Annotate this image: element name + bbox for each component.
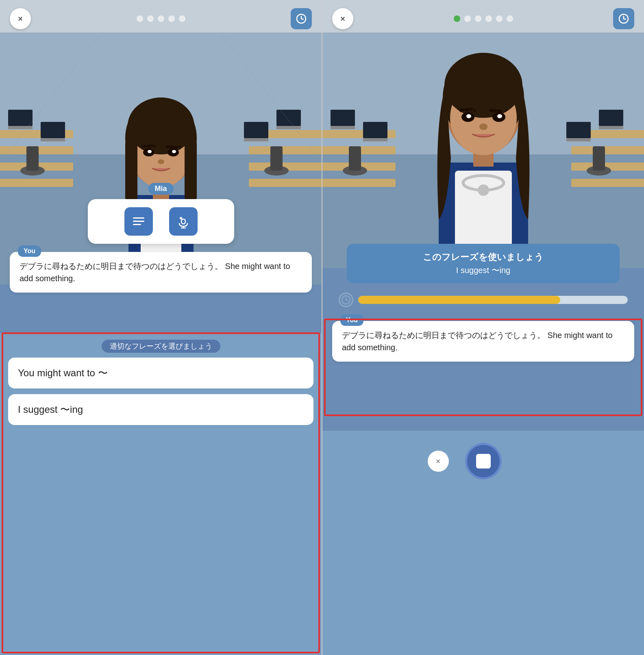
phrase-bubble: このフレーズを使いましょう I suggest 〜ing <box>347 244 620 283</box>
dot-4 <box>168 15 175 22</box>
dot-r-4 <box>485 15 492 22</box>
svg-point-56 <box>180 217 182 219</box>
svg-rect-20 <box>26 146 39 171</box>
avatar-background-right <box>322 0 644 268</box>
svg-rect-15 <box>276 110 301 126</box>
svg-point-35 <box>128 98 194 154</box>
choice-instruction: 適切なフレーズを選びましょう <box>8 341 313 351</box>
timer-bar-container <box>339 293 628 307</box>
svg-rect-70 <box>571 179 644 187</box>
user-chat-bubble: You デブラに尋ねるために明日まで待つのはどうでしょう。 She might … <box>10 252 312 293</box>
svg-point-95 <box>497 114 502 118</box>
phrase-main-text: このフレーズを使いましょう <box>358 251 608 263</box>
svg-rect-71 <box>331 110 355 126</box>
svg-rect-78 <box>566 138 591 141</box>
right-bottom-panel: × <box>322 431 644 655</box>
voice-mode-button[interactable] <box>169 207 198 236</box>
svg-point-94 <box>466 114 471 118</box>
svg-point-98 <box>479 124 487 130</box>
svg-rect-54 <box>133 224 141 225</box>
left-screen: × Mia <box>0 0 322 655</box>
svg-rect-22 <box>270 146 283 171</box>
dot-3 <box>158 15 164 22</box>
phrase-sub-text: I suggest 〜ing <box>358 265 608 276</box>
svg-rect-34 <box>185 138 197 203</box>
dot-2 <box>147 15 154 22</box>
svg-rect-73 <box>363 122 387 138</box>
dot-r-1 <box>454 15 460 22</box>
svg-rect-68 <box>571 146 644 154</box>
top-bar-right: × <box>322 8 644 29</box>
dot-r-6 <box>507 15 513 22</box>
chat-text: デブラに尋ねるために明日まで待つのはどうでしょう。 She might want… <box>20 262 290 283</box>
record-stop-button[interactable] <box>465 443 502 479</box>
svg-point-86 <box>478 184 489 196</box>
dot-r-3 <box>475 15 481 22</box>
choices-panel: 適切なフレーズを選びましょう You might want to 〜 I sug… <box>0 333 322 655</box>
text-mode-button[interactable] <box>124 207 153 236</box>
svg-point-91 <box>444 53 522 118</box>
svg-rect-80 <box>349 146 361 171</box>
sender-label-you: You <box>18 245 41 257</box>
svg-rect-76 <box>599 126 623 129</box>
svg-rect-8 <box>249 146 322 154</box>
svg-rect-74 <box>363 138 387 141</box>
svg-rect-75 <box>599 110 623 126</box>
dot-5 <box>179 15 185 22</box>
svg-rect-13 <box>41 122 65 138</box>
avatar-mia <box>104 57 218 284</box>
right-screen: × このフレーズを使いましょう I suggest 〜ing <box>322 0 644 655</box>
svg-rect-17 <box>244 122 268 138</box>
record-controls: × <box>331 443 636 479</box>
dot-r-5 <box>496 15 503 22</box>
svg-rect-6 <box>0 179 73 187</box>
chat-text-right: デブラに尋ねるために明日まで待つのはどうでしょう。 She might want… <box>342 331 613 352</box>
timer-icon <box>339 293 353 307</box>
svg-rect-72 <box>331 126 355 129</box>
svg-rect-82 <box>593 146 605 171</box>
dot-1 <box>137 15 143 22</box>
svg-rect-14 <box>41 138 65 141</box>
close-button-right[interactable]: × <box>332 8 353 29</box>
avatar-right <box>414 16 553 268</box>
choice-option-2[interactable]: I suggest 〜ing <box>8 394 313 425</box>
history-button[interactable] <box>291 8 312 29</box>
svg-rect-11 <box>8 110 33 126</box>
timer-fill <box>358 296 560 304</box>
svg-point-42 <box>158 159 164 164</box>
svg-point-38 <box>148 150 152 153</box>
cancel-button-small[interactable]: × <box>428 451 449 472</box>
sender-label-you-right: You <box>340 314 363 326</box>
stop-icon <box>476 454 491 468</box>
progress-dots-right <box>454 15 513 22</box>
svg-rect-10 <box>249 179 322 187</box>
top-bar: × <box>0 8 322 29</box>
svg-rect-18 <box>244 138 268 141</box>
svg-rect-53 <box>133 221 144 222</box>
dot-r-2 <box>464 15 471 22</box>
svg-rect-77 <box>566 122 591 138</box>
svg-rect-12 <box>8 126 33 129</box>
choice-option-1[interactable]: You might want to 〜 <box>8 358 313 388</box>
svg-rect-16 <box>276 126 301 129</box>
svg-rect-33 <box>125 138 137 203</box>
user-chat-bubble-right: You デブラに尋ねるために明日まで待つのはどうでしょう。 She might … <box>332 321 634 362</box>
svg-rect-66 <box>322 179 396 187</box>
svg-point-39 <box>172 150 176 153</box>
close-button[interactable]: × <box>10 8 31 29</box>
timer-track <box>358 296 628 304</box>
mode-panel <box>88 199 234 244</box>
avatar-name-tag: Mia <box>148 183 173 195</box>
progress-dots <box>137 15 185 22</box>
svg-rect-52 <box>133 217 144 219</box>
history-button-right[interactable] <box>613 8 634 29</box>
